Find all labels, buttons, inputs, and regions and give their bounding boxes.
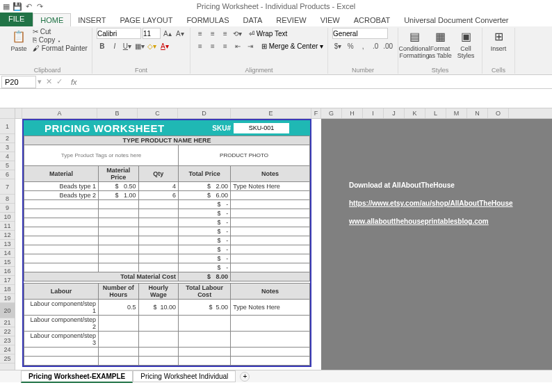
copy-button[interactable]: ⎘ Copy ▾ [33, 36, 88, 44]
sheet-tab-individual[interactable]: Pricing Worksheet Individual [133, 370, 236, 382]
align-bottom-icon[interactable]: ≡ [220, 28, 231, 39]
excel-icon: ▦ [1, 1, 11, 11]
total-material-label: Total Material Cost [24, 272, 179, 281]
table-icon: ▦ [432, 28, 448, 44]
spreadsheet-grid[interactable]: 1 234 56 7 8910 111213 141516 171819 20 … [0, 108, 552, 370]
merge-center-button[interactable]: ⊞ Merge & Center ▾ [261, 42, 323, 50]
tab-page-layout[interactable]: PAGE LAYOUT [113, 14, 179, 26]
cell-styles-icon: ▣ [457, 28, 474, 44]
format-as-table-button[interactable]: ▦Format as Table [428, 28, 452, 59]
photo-area[interactable]: PRODUCT PHOTO [179, 145, 310, 166]
paste-icon: 📋 [10, 28, 27, 44]
group-styles: ▤Conditional Formatting ▦Format as Table… [398, 28, 482, 74]
align-top-icon[interactable]: ≡ [195, 28, 206, 39]
bold-button[interactable]: B [97, 40, 108, 51]
orientation-icon[interactable]: ⟲▾ [232, 28, 243, 39]
number-format-select[interactable] [332, 28, 388, 39]
window-title: Pricing Worksheet - Individual Products … [197, 2, 355, 10]
currency-button[interactable]: $▾ [332, 40, 343, 51]
cancel-formula-icon[interactable]: ✕ [46, 77, 52, 86]
align-middle-icon[interactable]: ≡ [207, 28, 218, 39]
grow-font-icon[interactable]: A▴ [162, 28, 173, 39]
add-sheet-button[interactable]: + [240, 372, 250, 382]
italic-button[interactable]: I [109, 40, 120, 51]
tab-udc[interactable]: Universal Document Converter [397, 14, 515, 26]
group-clipboard: 📋 Paste ✂ Cut ⎘ Copy ▾ 🖌 Format Painter … [3, 28, 92, 74]
worksheet-content[interactable]: PRICING WORKSHEET SKU# SKU-001 TYPE PROD… [22, 119, 311, 367]
cond-fmt-icon: ▤ [406, 28, 423, 44]
insert-icon: ⊞ [490, 28, 507, 44]
group-cells: ⊞Insert Cells [482, 28, 515, 74]
file-tab[interactable]: FILE [0, 13, 33, 26]
font-name-input[interactable] [97, 28, 141, 39]
wrap-text-button[interactable]: ⏎ Wrap Text [249, 30, 287, 38]
border-button[interactable]: ▦▾ [134, 40, 145, 51]
underline-button[interactable]: U▾ [122, 40, 133, 51]
redo-icon[interactable]: ↷ [35, 1, 44, 11]
tags-area[interactable]: Type Product Tags or notes here [24, 145, 179, 166]
cell-styles-button[interactable]: ▣Cell Styles [454, 28, 478, 59]
name-box[interactable] [1, 76, 36, 88]
group-alignment: ≡ ≡ ≡ ⟲▾ ⏎ Wrap Text ≡ ≡ ≡ ⇤ ⇥ ⊞ Merge &… [190, 28, 328, 74]
ribbon-tabs: FILE HOME INSERT PAGE LAYOUT FORMULAS DA… [0, 13, 552, 26]
tab-home[interactable]: HOME [33, 13, 71, 26]
worksheet-title: PRICING WORKSHEET [44, 122, 165, 134]
overlay-download: Download at AllAboutTheHouse [349, 181, 455, 189]
total-material-value: $ 8.00 [179, 272, 231, 281]
comma-button[interactable]: , [357, 40, 368, 51]
indent-inc-icon[interactable]: ⇥ [245, 40, 256, 51]
tab-view[interactable]: VIEW [314, 14, 347, 26]
inc-decimal-icon[interactable]: .0 [370, 40, 381, 51]
group-number: $▾ % , .0 .00 Number [328, 28, 398, 74]
sheet-tabs: Pricing Worksheet-EXAMPLE Pricing Worksh… [0, 370, 552, 382]
tab-review[interactable]: REVIEW [269, 14, 313, 26]
font-color-button[interactable]: A▾ [159, 40, 170, 51]
indent-dec-icon[interactable]: ⇤ [232, 40, 243, 51]
align-center-icon[interactable]: ≡ [207, 40, 218, 51]
enter-formula-icon[interactable]: ✓ [56, 77, 63, 86]
paste-button[interactable]: 📋 Paste [7, 28, 31, 52]
cut-button[interactable]: ✂ Cut [33, 28, 88, 35]
shrink-font-icon[interactable]: A▾ [174, 28, 186, 39]
dec-decimal-icon[interactable]: .00 [382, 40, 393, 51]
sku-value[interactable]: SKU-001 [234, 123, 289, 133]
tab-insert[interactable]: INSERT [71, 14, 113, 26]
font-size-input[interactable] [143, 28, 161, 39]
tab-formulas[interactable]: FORMULAS [179, 14, 236, 26]
group-font: A▴ A▾ B I U▾ ▦▾ ◇▾ A▾ Font [92, 28, 190, 74]
tab-acrobat[interactable]: ACROBAT [347, 14, 397, 26]
fx-icon[interactable]: fx [67, 78, 81, 86]
format-painter-button[interactable]: 🖌 Format Painter [33, 44, 88, 52]
insert-cells-button[interactable]: ⊞Insert [487, 28, 510, 52]
sku-label: SKU# [212, 124, 231, 132]
title-bar: ▦ 💾 ↶ ↷ Pricing Worksheet - Individual P… [0, 0, 552, 13]
align-right-icon[interactable]: ≡ [220, 40, 231, 51]
product-name-cell[interactable]: TYPE PRODUCT NAME HERE [24, 136, 310, 145]
tab-data[interactable]: DATA [236, 14, 270, 26]
formula-bar: ▾ ✕ ✓ fx [0, 75, 552, 89]
row-headers[interactable]: 1 234 56 7 8910 111213 141516 171819 20 … [0, 108, 15, 370]
overlay-etsy-link[interactable]: https://www.etsy.com/au/shop/AllAboutThe… [349, 199, 513, 207]
overlay-blog-link[interactable]: www.allaboutthehouseprintablesblog.com [349, 218, 489, 225]
column-headers[interactable]: A B C D E F G H I J K L M N O [15, 108, 552, 119]
undo-icon[interactable]: ↶ [24, 1, 33, 11]
sheet-tab-example[interactable]: Pricing Worksheet-EXAMPLE [21, 370, 133, 383]
save-icon[interactable]: 💾 [13, 1, 22, 11]
fill-color-button[interactable]: ◇▾ [147, 40, 158, 51]
conditional-formatting-button[interactable]: ▤Conditional Formatting [403, 28, 426, 59]
ribbon: 📋 Paste ✂ Cut ⎘ Copy ▾ 🖌 Format Painter … [0, 26, 552, 75]
percent-button[interactable]: % [345, 40, 356, 51]
formula-input[interactable] [81, 76, 552, 88]
align-left-icon[interactable]: ≡ [195, 40, 206, 51]
